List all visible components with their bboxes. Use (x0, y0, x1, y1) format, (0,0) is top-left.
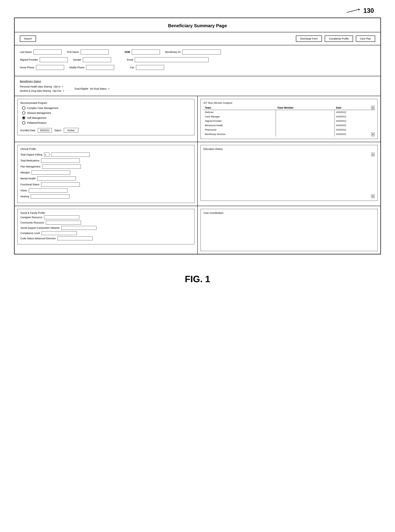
edu-scroll-down[interactable]: ▼ (371, 194, 375, 198)
home-phone-input[interactable] (36, 65, 64, 70)
beneficiary-status-section: Beneficiary Status Personal Health data … (15, 76, 380, 96)
clinical-field-row: Pain Management (20, 165, 192, 169)
enrolled-date-value[interactable]: 9/3/2012 (38, 128, 52, 133)
personal-health-item: Personal Health data Sharing Opt In ▾ (20, 85, 64, 88)
care-coordination-col: Care Coordination (198, 206, 380, 254)
social-field-label: Code Status Advanced Directive (20, 237, 56, 240)
status-label: Status (54, 129, 61, 132)
edu-scrollbar[interactable]: ▲ ▼ (371, 153, 375, 198)
radio-palliative-icon[interactable] (22, 121, 25, 124)
idt-row: Case Manager 4/20/2012 (203, 114, 375, 119)
radio-disease-icon[interactable] (22, 111, 25, 115)
edu-scroll-up[interactable]: ▲ (371, 153, 375, 156)
idt-member-cell (276, 132, 335, 136)
clinical-field-input-sm[interactable]: 1 (44, 153, 49, 157)
mobile-phone-label: Mobile Phone (69, 66, 84, 69)
idt-team-cell: Pharmacist (203, 127, 276, 132)
radio-self-icon[interactable] (22, 116, 25, 120)
clinical-field-row: Functional Status (20, 182, 192, 186)
clinical-field-label: Total Organs Failing (20, 153, 42, 156)
radio-complex-icon[interactable] (22, 106, 25, 110)
care-plan-button[interactable]: Care Plan (356, 35, 375, 42)
option-disease-mgmt[interactable]: Disease Management (22, 111, 192, 115)
aligned-provider-input[interactable] (40, 57, 68, 62)
option-palliative[interactable]: Palliative/Hospice (22, 121, 192, 124)
dual-status-dropdown-icon[interactable]: ▾ (108, 88, 110, 90)
idt-member-cell (276, 119, 335, 123)
clinical-fields: Total Organs Failing 1 Total Medications… (20, 153, 192, 198)
clinical-field-input[interactable] (42, 165, 81, 169)
idt-team-col: IDT Team Member Assigned Team Team Membe… (198, 96, 380, 142)
clinical-field-row: Mental Health (20, 176, 192, 181)
social-field-label: Social Support Careworker Network (20, 226, 60, 229)
social-field-input[interactable] (57, 236, 93, 240)
clinical-field-input[interactable] (31, 194, 69, 198)
idt-team-cell: Beneficiary Services (203, 132, 276, 136)
idt-date-cell: 4/20/2012 (335, 110, 375, 115)
idt-title: IDT Team Member Assigned (203, 102, 375, 104)
social-field-input[interactable] (46, 221, 81, 225)
clinical-field-label: Functional Status (20, 183, 39, 186)
option-complex-case[interactable]: Complex Case Management (22, 106, 192, 110)
section-row-3: Social & Family Profile Caregiver Resour… (15, 206, 380, 254)
alcohol-label: Alcohol & Drug data Sharing (20, 89, 51, 92)
social-field-input[interactable] (42, 231, 77, 235)
care-coordination-box: Care Coordination (200, 209, 378, 251)
beneficiary-id-group: Beneficiary ID (165, 49, 221, 55)
clinical-profile-title: Clinical Profile (20, 148, 192, 150)
mobile-phone-input[interactable] (86, 65, 114, 70)
clinical-profile-col: Clinical Profile Total Organs Failing 1 … (15, 142, 198, 206)
col-team: Team (203, 106, 276, 110)
clinical-field-input[interactable] (51, 153, 90, 157)
clinical-field-input[interactable] (32, 170, 70, 175)
opt-in-dropdown-icon[interactable]: ▾ (62, 86, 63, 88)
complexity-profile-button[interactable]: Complexity Profile (325, 35, 353, 42)
social-field-label: Community Resource (20, 221, 44, 224)
social-family-col: Social & Family Profile Caregiver Resour… (15, 206, 198, 254)
fig-label: FIG. 1 (0, 265, 395, 291)
status-active-value[interactable]: Active (64, 128, 78, 133)
last-name-input[interactable] (33, 49, 62, 55)
idt-scroll-up[interactable]: ▲ (371, 106, 375, 110)
palliative-label: Palliative/Hospice (27, 121, 47, 124)
fax-input[interactable] (136, 65, 164, 70)
main-container: Beneficiary Summary Page Search Discharg… (14, 17, 381, 254)
clinical-field-input[interactable] (29, 188, 67, 192)
idt-member-cell (276, 127, 335, 132)
discharge-form-button[interactable]: Discharge Form (296, 35, 322, 42)
idt-member-cell (276, 114, 335, 119)
social-field-input[interactable] (44, 215, 79, 219)
opt-out-dropdown-icon[interactable]: ▾ (63, 90, 64, 92)
gender-input[interactable] (83, 57, 111, 62)
page-number: 130 (346, 7, 374, 14)
dob-group: DOB (125, 49, 160, 55)
social-field-input[interactable] (61, 226, 96, 230)
personal-health-label: Personal Health data Sharing (20, 85, 52, 88)
email-label: Email (127, 58, 133, 61)
clinical-field-row: Total Organs Failing 1 (20, 153, 192, 157)
clinical-field-input[interactable] (41, 159, 80, 163)
idt-table: Team Team Member Date Dietician 4/20/201… (203, 106, 375, 136)
beneficiary-id-label: Beneficiary ID (165, 51, 181, 53)
first-name-input[interactable] (81, 49, 109, 55)
idt-scrollbar[interactable]: ▲ ▼ (371, 106, 375, 136)
search-button[interactable]: Search (20, 35, 36, 42)
education-history-box: Education History ▲ ▼ (200, 145, 378, 201)
idt-member-cell (276, 123, 335, 127)
clinical-field-input[interactable] (41, 182, 80, 186)
disease-mgmt-label: Disease Management (27, 112, 51, 114)
clinical-field-label: Mental Health (20, 177, 35, 180)
fax-group: Fax (130, 65, 164, 70)
idt-row: Beneficiary Services 4/20/2012 (203, 132, 375, 136)
aligned-provider-group: Aligned Provider (20, 57, 68, 62)
clinical-field-input[interactable] (37, 176, 76, 181)
toolbar-right: Discharge Form Complexity Profile Care P… (296, 35, 375, 42)
beneficiary-id-input[interactable] (182, 49, 221, 55)
dob-input[interactable] (132, 49, 160, 55)
social-field-row: Compliance Level (20, 231, 192, 235)
idt-team-cell: Dietician (203, 110, 276, 115)
option-self-mgmt[interactable]: Self Management (22, 116, 192, 120)
email-input[interactable] (135, 57, 208, 62)
social-family-title: Social & Family Profile (20, 212, 192, 214)
idt-scroll-down[interactable]: ▼ (371, 132, 375, 136)
